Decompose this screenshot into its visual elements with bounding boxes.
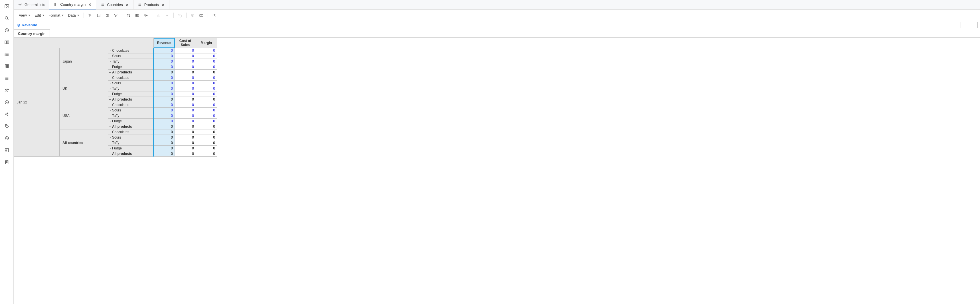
grid-cell[interactable]: 0 [196,75,217,81]
grid-cell[interactable]: 0 [175,146,196,151]
row-header-country[interactable]: USA [60,102,108,130]
grid-cell[interactable]: 0 [175,53,196,59]
row-header-product[interactable]: Chocolates [108,130,154,135]
tab-general-lists[interactable]: General lists [14,0,49,10]
grid-cell[interactable]: 0 [154,64,175,70]
row-header-product[interactable]: Chocolates [108,75,154,81]
row-header-product[interactable]: All products [108,97,154,102]
formula-input[interactable] [40,22,942,28]
search-icon[interactable] [3,15,10,22]
grid-cell[interactable]: 0 [175,113,196,118]
keyboard-icon[interactable] [197,11,205,19]
grid-cell[interactable]: 0 [154,81,175,86]
grid-cell[interactable]: 0 [154,140,175,146]
expand-panel-icon[interactable] [3,3,10,10]
row-header-product[interactable]: All products [108,70,154,75]
grid-cell[interactable]: 0 [196,130,217,135]
sheet-tab[interactable]: Country margin [14,29,50,37]
grid-cell[interactable]: 0 [175,91,196,97]
row-header-product[interactable]: Taffy [108,86,154,91]
grid-cell[interactable]: 0 [154,48,175,53]
grid-cell[interactable]: 0 [196,146,217,151]
grid-cell[interactable]: 0 [196,151,217,157]
row-header-time[interactable]: Jan 22 [14,48,60,157]
grid-cell[interactable]: 0 [154,86,175,91]
row-header-product[interactable]: Taffy [108,140,154,146]
align-icon[interactable] [103,11,111,19]
grid-cell[interactable]: 0 [175,124,196,130]
menu-format[interactable]: Format▼ [47,12,65,19]
row-header-product[interactable]: Sours [108,108,154,113]
formula-cell-label[interactable]: Revenue [16,23,38,27]
compare-icon[interactable] [3,39,10,46]
grid-cell[interactable]: 0 [175,151,196,157]
columns-icon[interactable] [133,11,141,19]
balance-icon[interactable] [142,11,150,19]
menu-edit[interactable]: Edit▼ [33,12,46,19]
row-header-product[interactable]: Chocolates [108,102,154,108]
row-header-country[interactable]: UK [60,75,108,102]
grid-cell[interactable]: 0 [154,113,175,118]
column-header[interactable]: Revenue [154,38,175,48]
tab-countries[interactable]: Countries [96,0,134,10]
tab-country-margin[interactable]: Country margin [49,0,96,10]
menu-view[interactable]: View▼ [17,12,32,19]
grid-cell[interactable]: 0 [175,64,196,70]
grid-cell[interactable]: 0 [154,108,175,113]
row-header-product[interactable]: All products [108,151,154,157]
grid-cell[interactable]: 0 [175,135,196,140]
grid-cell[interactable]: 0 [196,86,217,91]
row-header-product[interactable]: Chocolates [108,48,154,53]
list-icon[interactable] [3,51,10,58]
share-icon[interactable] [3,111,10,118]
row-header-country[interactable]: All countries [60,130,108,157]
grid-cell[interactable]: 0 [175,86,196,91]
grid-cell[interactable]: 0 [175,118,196,124]
grid-cell[interactable]: 0 [175,48,196,53]
grid-cell[interactable]: 0 [154,146,175,151]
formula-aux-box[interactable] [946,22,957,28]
grid-cell[interactable]: 0 [196,81,217,86]
grid-cell[interactable]: 0 [175,75,196,81]
document-icon[interactable] [3,159,10,166]
column-header[interactable]: Cost of Sales [175,38,196,48]
row-header-product[interactable]: All products [108,124,154,130]
grid-cell[interactable]: 0 [154,91,175,97]
grid-cell[interactable]: 0 [196,70,217,75]
grid-cell[interactable]: 0 [196,48,217,53]
row-header-product[interactable]: Fudge [108,146,154,151]
tag-icon[interactable] [3,123,10,130]
grid-cell[interactable]: 0 [175,102,196,108]
grid-cell[interactable]: 0 [196,64,217,70]
grid-cell[interactable]: 0 [154,151,175,157]
play-circle-icon[interactable] [3,99,10,106]
grid-cell[interactable]: 0 [175,140,196,146]
grid-cell[interactable]: 0 [196,140,217,146]
grid-cell[interactable]: 0 [196,102,217,108]
grid-cell[interactable]: 0 [154,130,175,135]
grid-cell[interactable]: 0 [196,124,217,130]
formula-aux-box-2[interactable] [961,22,978,28]
tab-products[interactable]: Products [134,0,169,10]
search-dropdown-icon[interactable] [210,11,218,19]
row-header-product[interactable]: Sours [108,135,154,140]
grid-cell[interactable]: 0 [175,97,196,102]
grid-cell[interactable]: 0 [196,135,217,140]
dashboard-icon[interactable] [3,147,10,154]
grid-cell[interactable]: 0 [175,130,196,135]
notes-icon[interactable] [95,11,103,19]
grid-cell[interactable]: 0 [196,118,217,124]
column-header[interactable]: Margin [196,38,217,48]
row-header-product[interactable]: Sours [108,53,154,59]
row-header-product[interactable]: Fudge [108,91,154,97]
grid-cell[interactable]: 0 [196,59,217,64]
grid-cell[interactable]: 0 [154,59,175,64]
grid-cell[interactable]: 0 [154,135,175,140]
grid-cell[interactable]: 0 [196,113,217,118]
filter-icon[interactable] [112,11,120,19]
grid-cell[interactable]: 0 [154,75,175,81]
grid-cell[interactable]: 0 [196,108,217,113]
grid-cell[interactable]: 0 [175,108,196,113]
grid-cell[interactable]: 0 [154,70,175,75]
grid-cell[interactable]: 0 [154,118,175,124]
